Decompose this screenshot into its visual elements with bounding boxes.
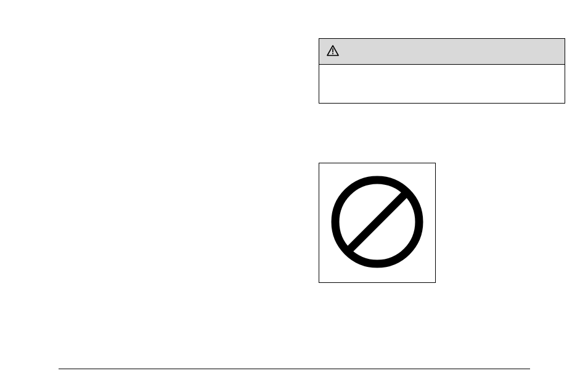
prohibit-figure: [319, 163, 436, 283]
caution-triangle-icon: [327, 45, 339, 59]
svg-point-2: [332, 52, 333, 54]
svg-line-4: [348, 193, 406, 251]
warning-body: [319, 65, 565, 103]
prohibit-circle-icon: [328, 173, 427, 274]
warning-header: [319, 39, 565, 65]
footer-divider: [59, 369, 530, 369]
warning-box: [319, 38, 565, 104]
